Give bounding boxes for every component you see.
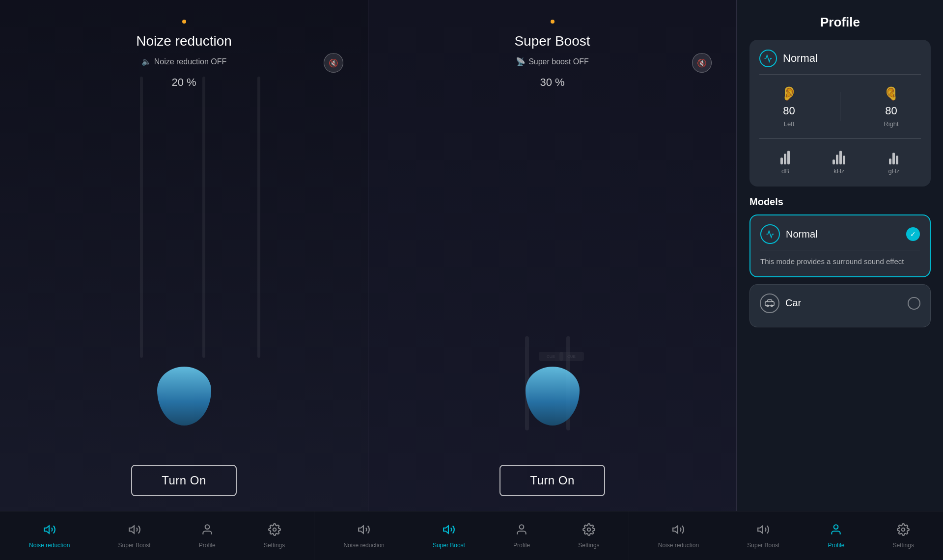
nav-item-super-boost-right[interactable]: Super Boost bbox=[741, 519, 785, 553]
mute-icon-super: 🔇 bbox=[697, 58, 707, 68]
model-normal-divider bbox=[760, 250, 920, 250]
model-car-icon bbox=[760, 293, 779, 313]
nav-section-middle: Noise reduction Super Boost Profile bbox=[314, 511, 629, 560]
model-card-car[interactable]: Car bbox=[749, 284, 931, 327]
noise-reduction-turn-on-button[interactable]: Turn On bbox=[131, 465, 237, 496]
nav-item-profile-right[interactable]: Profile bbox=[822, 519, 850, 553]
svg-marker-3 bbox=[44, 526, 49, 533]
nav-item-noise-reduction-left[interactable]: Noise reduction bbox=[23, 519, 76, 553]
nav-item-super-boost-left[interactable]: Super Boost bbox=[112, 519, 157, 553]
super-boost-visualizer bbox=[523, 362, 582, 426]
nav-label-super-middle: Super Boost bbox=[433, 542, 465, 549]
model-car-header: Car bbox=[760, 293, 920, 313]
bar bbox=[836, 155, 838, 164]
bar bbox=[784, 154, 786, 164]
nav-item-profile-middle[interactable]: Profile bbox=[507, 519, 536, 553]
right-ear-label: Right bbox=[884, 120, 898, 128]
nav-item-settings-right[interactable]: Settings bbox=[887, 519, 920, 553]
profile-nav-icon-middle bbox=[515, 523, 528, 539]
svg-marker-7 bbox=[359, 526, 363, 533]
profile-card: Normal 👂 80 Left 👂 80 Right bbox=[749, 40, 931, 187]
model-car-left: Car bbox=[760, 293, 801, 313]
svg-marker-4 bbox=[129, 526, 134, 533]
dot-indicator-noise bbox=[182, 20, 186, 24]
divider-2 bbox=[759, 138, 921, 139]
svg-point-9 bbox=[520, 525, 524, 529]
profile-title: Profile bbox=[749, 15, 931, 30]
bottom-navigation: Noise reduction Super Boost Profile bbox=[0, 511, 943, 560]
svg-marker-8 bbox=[444, 526, 448, 533]
model-card-normal[interactable]: Normal ✓ This mode provides a surround s… bbox=[749, 214, 931, 277]
nav-item-settings-middle[interactable]: Settings bbox=[572, 519, 605, 553]
bar bbox=[896, 156, 898, 164]
nav-label-noise-left: Noise reduction bbox=[29, 542, 70, 549]
model-normal-check-icon: ✓ bbox=[906, 227, 920, 241]
nav-label-profile-left: Profile bbox=[199, 542, 216, 549]
svg-marker-11 bbox=[673, 526, 678, 533]
nav-item-profile-left[interactable]: Profile bbox=[193, 519, 222, 553]
bar bbox=[839, 151, 842, 164]
super-boost-content: Super Boost 🔇 📡 Super boost OFF 30 % Tur… bbox=[383, 20, 721, 496]
noise-reduction-percentage: 20 % bbox=[171, 76, 196, 89]
nav-label-profile-middle: Profile bbox=[513, 542, 530, 549]
bar bbox=[832, 160, 835, 164]
nav-item-super-boost-middle[interactable]: Super Boost bbox=[427, 519, 471, 553]
left-ear-label: Left bbox=[784, 120, 795, 128]
super-boost-subtitle: 📡 Super boost OFF bbox=[516, 57, 589, 66]
nav-item-noise-right[interactable]: Noise reduction bbox=[652, 519, 705, 553]
freq-bars-khz bbox=[832, 150, 845, 164]
noise-reduction-mute-button[interactable]: 🔇 bbox=[324, 53, 343, 73]
nav-label-settings-left: Settings bbox=[264, 542, 285, 549]
noise-reduction-visualizer bbox=[155, 362, 214, 426]
svg-point-6 bbox=[273, 528, 276, 531]
super-boost-mute-button[interactable]: 🔇 bbox=[692, 53, 712, 73]
settings-nav-icon-middle bbox=[582, 523, 595, 539]
models-title: Models bbox=[749, 196, 931, 208]
noise-reduction-title: Noize reduction bbox=[136, 33, 232, 49]
profile-wave-icon bbox=[759, 50, 777, 67]
right-ear-value: 80 bbox=[885, 105, 897, 117]
nav-item-noise-middle[interactable]: Noise reduction bbox=[337, 519, 390, 553]
mute-icon: 🔇 bbox=[329, 58, 338, 68]
nav-item-settings-left[interactable]: Settings bbox=[258, 519, 291, 553]
freq-item-khz: kHz bbox=[832, 150, 845, 175]
vertical-divider bbox=[840, 92, 840, 121]
freq-label-khz: kHz bbox=[833, 167, 844, 175]
subtitle-icon: 🔈 bbox=[141, 57, 151, 66]
nav-label-noise-right: Noise reduction bbox=[658, 542, 699, 549]
model-normal-header: Normal ✓ bbox=[760, 224, 920, 244]
model-normal-name: Normal bbox=[786, 229, 817, 240]
super-boost-nav-icon-middle bbox=[443, 523, 455, 539]
super-boost-title: Super Boost bbox=[514, 33, 590, 49]
super-boost-panel: CUE CUE Super Boost 🔇 📡 Super boost OFF … bbox=[368, 0, 737, 511]
super-boost-turn-on-button[interactable]: Turn On bbox=[499, 465, 605, 496]
settings-nav-icon-left bbox=[268, 523, 281, 539]
noise-nav-icon-right bbox=[672, 523, 685, 539]
svg-point-5 bbox=[205, 525, 209, 529]
bar bbox=[843, 156, 845, 164]
right-ear-icon: 👂 bbox=[883, 85, 900, 102]
freq-section: dB kHz gH bbox=[759, 145, 921, 177]
nav-section-left: Noise reduction Super Boost Profile bbox=[0, 511, 314, 560]
model-normal-icon bbox=[760, 224, 780, 244]
freq-label-ghz: gHz bbox=[888, 167, 899, 175]
svg-rect-0 bbox=[765, 301, 774, 305]
noise-reduction-nav-icon-left bbox=[43, 523, 56, 539]
freq-bars-ghz bbox=[889, 150, 898, 164]
dot-indicator-super bbox=[551, 20, 555, 24]
settings-nav-icon-right bbox=[897, 523, 910, 539]
divider-1 bbox=[759, 74, 921, 75]
profile-card-header: Normal bbox=[759, 50, 921, 67]
freq-bars-db bbox=[780, 150, 790, 164]
profile-nav-icon-right bbox=[830, 523, 842, 539]
ear-section: 👂 80 Left 👂 80 Right bbox=[759, 80, 921, 133]
profile-panel: Profile Normal 👂 80 Left bbox=[737, 0, 943, 511]
water-drop-super bbox=[526, 367, 580, 426]
noise-reduction-content: Noize reduction 🔇 🔈 Noize reduction OFF … bbox=[15, 20, 353, 496]
nav-label-super-left: Super Boost bbox=[118, 542, 151, 549]
right-ear-item: 👂 80 Right bbox=[883, 85, 900, 128]
freq-label-db: dB bbox=[781, 167, 789, 175]
left-ear-value: 80 bbox=[783, 105, 795, 117]
noise-reduction-subtitle: 🔈 Noize reduction OFF bbox=[141, 57, 227, 66]
nav-label-noise-middle: Noise reduction bbox=[343, 542, 384, 549]
